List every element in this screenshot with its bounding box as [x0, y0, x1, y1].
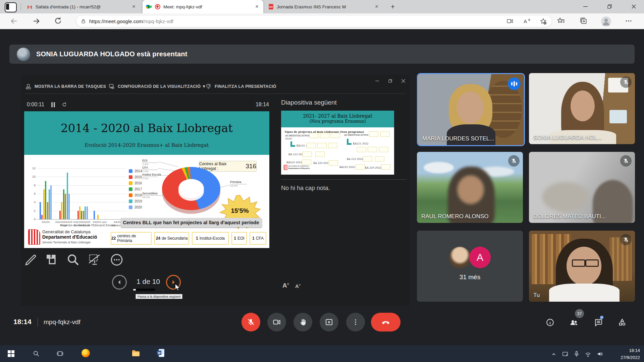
tile-dolores-mateo[interactable]: DOLORES MATEO BAUTI... — [529, 152, 635, 223]
tab-close-icon[interactable]: ✕ — [374, 4, 380, 10]
tile-maria-lourdes[interactable]: MARIA LOURDES SOTEL... — [417, 73, 525, 146]
raise-hand-button[interactable] — [293, 313, 312, 331]
tile-you[interactable]: Tu — [529, 231, 635, 302]
mic-toggle-button[interactable] — [241, 313, 260, 331]
back-icon[interactable] — [9, 16, 19, 26]
pause-timer-icon[interactable] — [51, 102, 55, 107]
end-call-button[interactable] — [371, 313, 400, 331]
tab-close-icon[interactable]: ✕ — [131, 4, 137, 10]
bar — [50, 185, 52, 219]
minimize-button[interactable] — [578, 0, 593, 13]
presenting-banner-text: SONIA LUGUARDA HOLGADO està presentant — [36, 50, 187, 58]
tab-gmail[interactable]: Safata d'entrada (1) - mcarr52@ ✕ — [23, 0, 140, 13]
search-icon[interactable] — [32, 349, 41, 358]
pie-label-primaria: Primària — [230, 180, 247, 184]
restore-button[interactable] — [602, 0, 617, 13]
next-slide-label: Diapositiva següent — [281, 99, 337, 106]
tab-camera-icon[interactable] — [506, 18, 514, 24]
slide-sorter-icon[interactable] — [45, 253, 60, 268]
tray-chevron-icon[interactable] — [549, 350, 558, 359]
bar-chart-legend: 2014201520162017201820192020 — [129, 169, 142, 212]
menu-show-taskbar[interactable]: MOSTRA LA BARRA DE TASQUES — [25, 81, 106, 92]
decrease-font-button[interactable]: A˅ — [295, 283, 301, 289]
bar — [81, 211, 82, 219]
address-bar[interactable]: https://meet.google.com/mpq-fqkz-vdf A — [76, 15, 552, 27]
bar — [59, 211, 61, 219]
favorite-add-icon[interactable] — [539, 18, 547, 25]
slide-caption-bar: Centres BLL que han fet projectes al lla… — [120, 218, 262, 227]
tile-raul-romero[interactable]: RAUL ROMERO ALONSO — [417, 152, 523, 223]
zoom-tool-icon[interactable] — [66, 253, 81, 268]
bar — [63, 189, 64, 219]
bar-group — [109, 168, 127, 219]
chat-icon[interactable] — [594, 318, 603, 327]
workspaces-icon[interactable] — [5, 2, 17, 12]
file-explorer-icon[interactable] — [131, 349, 140, 358]
more-options-button[interactable] — [346, 313, 365, 331]
screen: Safata d'entrada (1) - mcarr52@ ✕ Meet: … — [0, 0, 644, 362]
settings-menu-icon[interactable] — [625, 17, 634, 26]
restart-timer-icon[interactable] — [62, 102, 67, 107]
reload-icon[interactable] — [54, 16, 63, 26]
bar — [61, 202, 62, 219]
participants-icon[interactable] — [570, 318, 578, 327]
bar — [94, 211, 95, 219]
task-view-icon[interactable] — [56, 349, 64, 358]
word-icon[interactable]: W — [156, 349, 165, 357]
bar — [49, 189, 50, 219]
pw-restore-icon[interactable] — [384, 77, 396, 85]
firefox-icon[interactable] — [81, 349, 90, 357]
pie-label-secundaria: Secundària — [142, 192, 162, 196]
bar-group — [55, 168, 73, 219]
presenting-banner: SONIA LUGUARDA HOLGADO està presentant — [9, 45, 635, 64]
stat-box-secundaria: 24de Secundària — [154, 232, 189, 245]
generalitat-logo — [28, 229, 40, 245]
close-button[interactable] — [626, 0, 641, 13]
tab-close-icon[interactable]: ✕ — [254, 4, 260, 10]
svg-text:W: W — [158, 351, 161, 355]
pw-close-icon[interactable] — [397, 77, 409, 85]
pie-label-eoi: EOI — [142, 159, 158, 163]
stat-box-primaria: 22centres de Primària — [111, 232, 152, 245]
centres-annotation: Centres al Baix Llobregat : 316 — [199, 161, 257, 172]
increase-font-button[interactable]: A˄ — [282, 282, 289, 289]
tray-volume-icon[interactable] — [596, 350, 604, 358]
next-slide-thumbnail[interactable]: 2021- 2027 al Baix Llobregat (Nou progra… — [281, 111, 394, 175]
bar-chart: 024681012KA101KA219/KA229 SocisKA219/KA2… — [37, 168, 127, 220]
profile-avatar[interactable] — [601, 16, 611, 26]
collections-icon[interactable] — [579, 17, 589, 26]
more-tools-icon[interactable] — [110, 253, 125, 268]
previous-slide-button[interactable] — [112, 275, 127, 290]
tray-touch-keyboard-icon[interactable] — [561, 350, 570, 358]
pen-tool-icon[interactable] — [24, 253, 39, 268]
powerpoint-presenter-window: MOSTRA LA BARRA DE TASQUES CONFIGURACIÓ … — [21, 75, 410, 306]
taskbar-clock[interactable]: 18:14 27/9/2022 — [608, 347, 640, 361]
camera-toggle-button[interactable] — [267, 313, 286, 331]
forward-icon[interactable] — [32, 16, 41, 26]
pw-minimize-icon[interactable] — [371, 77, 383, 85]
legend-entry: 2015 — [129, 175, 142, 179]
menu-end-presentation[interactable]: FINALITZA LA PRESENTACIÓ — [206, 81, 276, 92]
tab-meet-active[interactable]: Meet: mpq-fqkz-vdf ✕ — [143, 0, 263, 13]
next-slide-title1: 2021- 2027 al Baix Llobregat — [281, 113, 394, 119]
new-tab-button[interactable]: + — [388, 3, 397, 11]
stat-box-eoi: 1EOI — [231, 232, 247, 245]
menu-display-settings[interactable]: CONFIGURACIÓ DE LA VISUALITZACIÓ ▼ — [109, 81, 206, 92]
meeting-details-icon[interactable] — [546, 318, 554, 327]
slide-subtitle: Evolució 2014-2020 Erasmus+ al Baix Llob… — [24, 142, 269, 148]
black-screen-icon[interactable] — [88, 253, 103, 268]
activities-icon[interactable] — [618, 318, 627, 327]
svg-text:A: A — [524, 18, 527, 24]
overflow-avatar-letter: A — [469, 247, 491, 268]
tray-wifi-icon[interactable] — [584, 350, 592, 359]
participant-name: MARIA LOURDES SOTEL... — [422, 135, 494, 142]
favorites-bar-icon[interactable] — [557, 17, 566, 26]
tray-mic-icon[interactable] — [572, 350, 581, 358]
tab-pdf[interactable]: PDF Jornada Erasmus INS Francesc M ✕ — [265, 0, 383, 13]
tile-sonia-luguarda[interactable]: SONIA LUGUARDA HOL... — [529, 73, 635, 144]
read-aloud-icon[interactable]: A — [523, 18, 531, 24]
centres-value: 316 — [246, 163, 256, 170]
present-screen-button[interactable] — [320, 313, 338, 331]
start-button[interactable] — [7, 349, 15, 358]
tile-more-participants[interactable]: A 31 més — [417, 231, 523, 302]
